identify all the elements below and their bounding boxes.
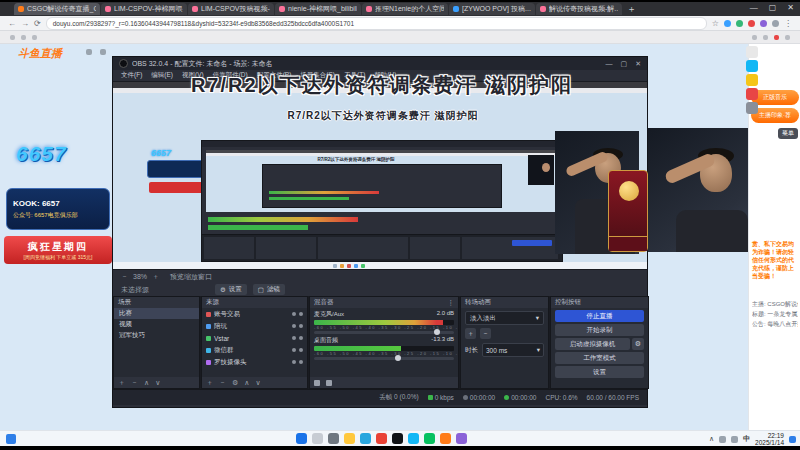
task-view-icon[interactable] <box>328 433 339 444</box>
lock-icon[interactable] <box>299 324 303 328</box>
maximize-icon[interactable]: ▢ <box>769 3 777 12</box>
file-explorer-icon[interactable] <box>344 433 355 444</box>
virtual-camera-settings-icon[interactable]: ⚙ <box>632 338 644 350</box>
volume-icon[interactable] <box>731 436 738 443</box>
back-icon[interactable]: ← <box>8 19 16 28</box>
obs-close-icon[interactable]: ✕ <box>635 60 641 68</box>
source-down-icon[interactable]: ∨ <box>255 379 260 387</box>
browser-tab[interactable]: LIM-CSPOV投稿视频-L... <box>188 3 274 15</box>
lock-icon[interactable] <box>299 360 303 364</box>
streamer-impression-pill[interactable]: 主播印象·荐 <box>751 108 799 123</box>
reload-icon[interactable]: ⟳ <box>34 19 41 28</box>
settings-button[interactable]: 设置 <box>555 366 644 378</box>
obs-taskbar-icon[interactable] <box>392 433 403 444</box>
source-filters-button[interactable]: ▢ 滤镜 <box>253 284 285 295</box>
source-properties-icon[interactable]: ⚙ <box>232 379 238 387</box>
qq-icon[interactable] <box>746 60 758 72</box>
source-item[interactable]: Vstar <box>202 332 307 344</box>
source-item[interactable]: 陪玩 <box>202 320 307 332</box>
mixer-menu-icon[interactable]: ⋮ <box>448 299 455 307</box>
browser-tab[interactable]: 解说传奇投稿视频-解... <box>536 3 622 15</box>
wechat-taskbar-icon[interactable] <box>424 433 435 444</box>
notification-icon[interactable] <box>789 436 796 443</box>
douyu-logo[interactable]: 斗鱼直播 <box>18 46 62 61</box>
bookmark-icon[interactable] <box>10 35 15 40</box>
add-scene-icon[interactable]: ＋ <box>118 378 125 388</box>
extension-icon[interactable] <box>736 20 743 27</box>
nav-icon[interactable] <box>86 49 92 55</box>
edge-icon[interactable] <box>360 433 371 444</box>
new-tab-button[interactable]: ＋ <box>627 3 636 16</box>
music-license-pill[interactable]: 正版音乐 <box>751 90 799 105</box>
add-transition-button[interactable]: ＋ <box>465 328 476 339</box>
lock-icon[interactable] <box>299 312 303 316</box>
obs-minimize-icon[interactable]: — <box>606 60 613 68</box>
start-recording-button[interactable]: 开始录制 <box>555 324 644 336</box>
zoom-in-icon[interactable]: ＋ <box>152 272 159 282</box>
weather-widget-icon[interactable] <box>6 434 16 444</box>
speaker-icon[interactable] <box>314 380 320 386</box>
visibility-eye-icon[interactable] <box>292 324 296 328</box>
address-bar[interactable]: douyu.com/2938297?_r=0.16360443944798118… <box>46 17 707 30</box>
nav-icon[interactable] <box>100 49 106 55</box>
floating-icon[interactable] <box>746 88 758 100</box>
ime-indicator[interactable]: 中 <box>743 434 750 444</box>
scene-item[interactable]: 视频 <box>114 319 199 330</box>
browser-tab[interactable]: 推理N1enie的个人空间... <box>362 3 448 15</box>
obs-preview-canvas[interactable]: 6657 R7/R2以下达外资符调条费汗 滋阴护阳 <box>113 82 647 269</box>
lock-icon[interactable] <box>299 336 303 340</box>
forward-icon[interactable]: → <box>21 19 29 28</box>
studio-mode-button[interactable]: 工作室模式 <box>555 352 644 364</box>
app-taskbar-icon[interactable] <box>456 433 467 444</box>
speaker-icon[interactable] <box>326 380 332 386</box>
slider-knob[interactable] <box>434 329 440 335</box>
start-virtual-camera-button[interactable]: 启动虚拟摄像机 <box>555 338 630 350</box>
taskbar-clock[interactable]: 22:19 2025/1/14 <box>755 432 784 446</box>
bookmark-star-icon[interactable]: ☆ <box>712 19 719 28</box>
slider-knob[interactable] <box>395 355 401 361</box>
stop-streaming-button[interactable]: 停止直播 <box>555 310 644 322</box>
toolbar-icon[interactable] <box>774 35 779 40</box>
remove-scene-icon[interactable]: － <box>131 378 138 388</box>
browser-tab[interactable]: [ZYWOO POV] 投稿... <box>449 3 535 15</box>
transition-select[interactable]: 淡入淡出 ▾ <box>465 311 544 325</box>
visibility-eye-icon[interactable] <box>292 336 296 340</box>
browser-menu-icon[interactable]: ⋮ <box>784 19 792 28</box>
lock-icon[interactable] <box>299 348 303 352</box>
floating-icon[interactable] <box>746 102 758 114</box>
scene-down-icon[interactable]: ∨ <box>155 379 160 387</box>
source-up-icon[interactable]: ∧ <box>244 379 249 387</box>
toolbar-icon[interactable] <box>785 35 790 40</box>
toolbar-icon[interactable] <box>752 35 757 40</box>
zoom-out-icon[interactable]: － <box>121 272 128 282</box>
scene-item[interactable]: 冠军技巧 <box>114 330 199 341</box>
source-item[interactable]: 罗技摄像头 <box>202 356 307 368</box>
remove-transition-button[interactable]: － <box>480 328 491 339</box>
search-icon[interactable] <box>312 433 323 444</box>
obs-titlebar[interactable]: OBS 32.0.4 - 配置文件: 未命名 - 场景: 未命名 — ▢ ✕ <box>113 57 647 70</box>
scene-up-icon[interactable]: ∧ <box>144 379 149 387</box>
bookmark-icon[interactable] <box>21 35 26 40</box>
browser-tab[interactable]: CSGO解说传奇直播_CS... <box>14 3 100 15</box>
obs-maximize-icon[interactable]: ▢ <box>621 60 628 68</box>
bookmark-icon[interactable] <box>32 35 37 40</box>
visibility-eye-icon[interactable] <box>292 312 296 316</box>
scene-item[interactable]: 比赛 <box>114 308 199 319</box>
minimize-icon[interactable]: — <box>750 3 758 12</box>
floating-icon[interactable] <box>746 46 758 58</box>
extension-icon[interactable] <box>760 20 767 27</box>
qq-taskbar-icon[interactable] <box>408 433 419 444</box>
source-properties-button[interactable]: ⚙ 设置 <box>215 284 247 295</box>
profile-avatar[interactable] <box>772 20 779 27</box>
extension-icon[interactable] <box>724 20 731 27</box>
volume-slider[interactable] <box>314 357 454 360</box>
treasure-widget[interactable] <box>608 170 648 252</box>
source-item[interactable]: 微信群 <box>202 344 307 356</box>
close-icon[interactable]: ✕ <box>787 3 794 12</box>
browser-tab[interactable]: nienie-神棉网喂_bilibili <box>275 3 361 15</box>
chrome-icon[interactable] <box>376 433 387 444</box>
chat-menu-button[interactable]: 菜单 <box>778 128 798 139</box>
source-item[interactable]: 账号交易 <box>202 308 307 320</box>
remove-source-icon[interactable]: － <box>219 378 226 388</box>
network-icon[interactable] <box>719 436 726 443</box>
